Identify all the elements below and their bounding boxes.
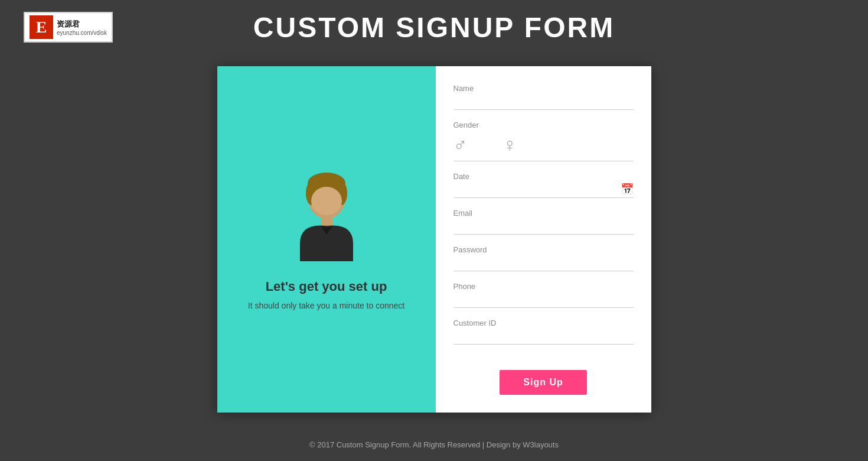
- footer: © 2017 Custom Signup Form. All Rights Re…: [309, 417, 559, 461]
- password-label: Password: [453, 245, 634, 254]
- logo-text: 资源君 eyunzhu.com/vdisk: [57, 19, 107, 36]
- logo-sub: eyunzhu.com/vdisk: [57, 30, 107, 36]
- date-input[interactable]: [453, 183, 634, 198]
- customer-id-label: Customer ID: [453, 319, 634, 327]
- signup-button[interactable]: Sign Up: [500, 370, 586, 395]
- date-field: Date 📅: [453, 172, 634, 198]
- name-input[interactable]: [453, 95, 634, 110]
- calendar-icon[interactable]: 📅: [621, 183, 634, 196]
- gender-options: ♂ ♀: [453, 134, 634, 161]
- female-icon: ♀: [503, 134, 517, 156]
- password-input[interactable]: [453, 257, 634, 271]
- logo-main: 资源君: [57, 19, 107, 30]
- footer-text: © 2017 Custom Signup Form. All Rights Re…: [309, 440, 559, 449]
- email-field: Email: [453, 209, 634, 235]
- gender-female-option[interactable]: ♀: [503, 134, 517, 156]
- svg-rect-5: [321, 216, 332, 227]
- date-label: Date: [453, 172, 634, 181]
- left-panel: Let's get you set up It should only take…: [217, 66, 436, 413]
- phone-label: Phone: [453, 282, 634, 291]
- gender-field: Gender ♂ ♀: [453, 121, 634, 161]
- password-field: Password: [453, 245, 634, 271]
- left-panel-subtitle: It should only take you a minute to conn…: [248, 300, 404, 312]
- gender-label: Gender: [453, 121, 634, 129]
- left-panel-title: Let's get you set up: [266, 279, 387, 294]
- email-label: Email: [453, 209, 634, 217]
- name-field: Name: [453, 84, 634, 110]
- right-panel: Name Gender ♂ ♀ Date 📅 Email: [436, 66, 651, 413]
- header: E 资源君 eyunzhu.com/vdisk CUSTOM SIGNUP FO…: [0, 0, 868, 54]
- logo-letter: E: [30, 15, 53, 39]
- name-label: Name: [453, 84, 634, 93]
- phone-field: Phone: [453, 282, 634, 308]
- logo: E 资源君 eyunzhu.com/vdisk: [24, 12, 113, 43]
- customer-id-input[interactable]: [453, 330, 634, 345]
- gender-male-option[interactable]: ♂: [453, 134, 468, 156]
- button-row: Sign Up: [453, 364, 634, 395]
- male-icon: ♂: [453, 134, 468, 156]
- avatar: [288, 167, 365, 261]
- phone-input[interactable]: [453, 293, 634, 308]
- svg-point-4: [311, 187, 342, 215]
- email-input[interactable]: [453, 220, 634, 235]
- customer-id-field: Customer ID: [453, 319, 634, 345]
- form-card: Let's get you set up It should only take…: [217, 66, 651, 413]
- page-title: CUSTOM SIGNUP FORM: [253, 11, 615, 44]
